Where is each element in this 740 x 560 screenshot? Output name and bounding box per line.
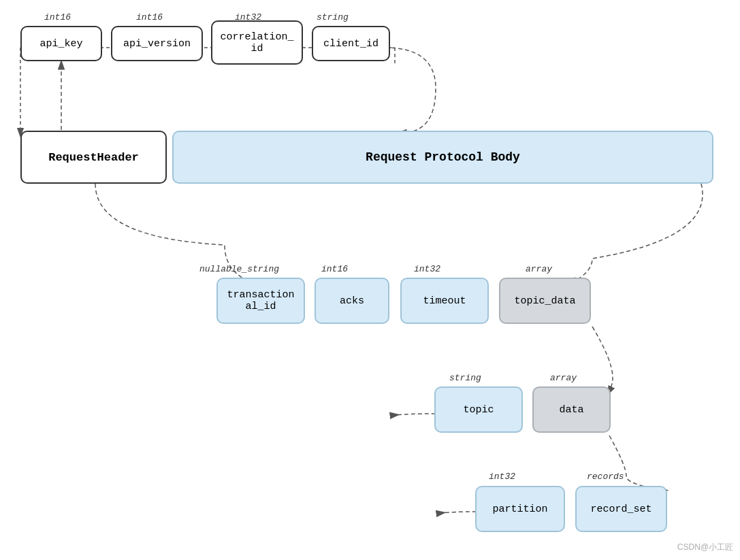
acks-node: acks bbox=[315, 278, 389, 324]
transactional-id-node: transaction al_id bbox=[216, 278, 305, 324]
api-key-node: api_key bbox=[20, 26, 102, 61]
type-partition: int32 bbox=[489, 472, 515, 482]
client-id-node: client_id bbox=[312, 26, 390, 61]
type-transactional: nullable_string bbox=[199, 264, 279, 274]
watermark: CSDN@小工匠 bbox=[677, 542, 733, 553]
type-record-set: records bbox=[587, 472, 624, 482]
data-node: data bbox=[532, 386, 611, 433]
topic-node: topic bbox=[434, 386, 523, 433]
type-api-key: int16 bbox=[44, 12, 71, 22]
type-data: array bbox=[550, 373, 577, 383]
correlation-id-node: correlation_ id bbox=[211, 20, 303, 65]
type-api-version: int16 bbox=[136, 12, 163, 22]
type-topic: string bbox=[449, 373, 481, 383]
request-body-node: Request Protocol Body bbox=[172, 131, 713, 184]
timeout-node: timeout bbox=[400, 278, 489, 324]
type-topic-data: array bbox=[526, 264, 552, 274]
type-client-id: string bbox=[317, 12, 349, 22]
topic-data-node: topic_data bbox=[499, 278, 591, 324]
request-header-node: RequestHeader bbox=[20, 131, 167, 184]
record-set-node: record_set bbox=[575, 486, 667, 532]
diagram: int16 int16 int32 string api_key api_ver… bbox=[0, 0, 740, 560]
partition-node: partition bbox=[475, 486, 565, 532]
type-acks: int16 bbox=[321, 264, 348, 274]
api-version-node: api_version bbox=[111, 26, 203, 61]
type-timeout: int32 bbox=[414, 264, 440, 274]
